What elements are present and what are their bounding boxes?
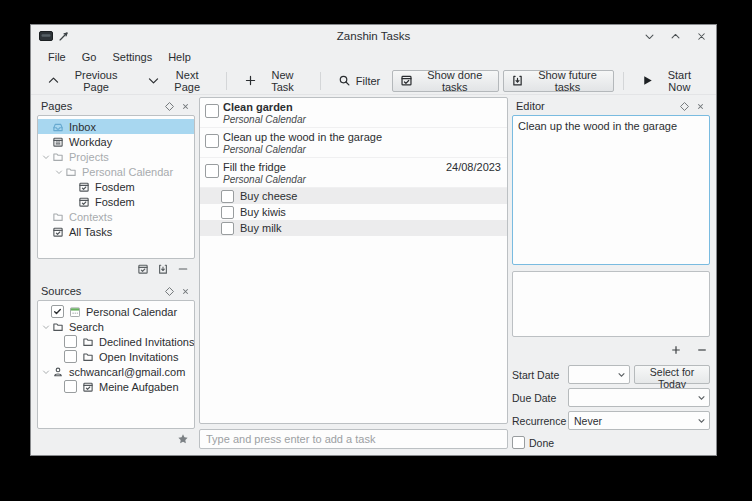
sources-item-personal-calendar[interactable]: Personal Calendar (38, 304, 194, 319)
sources-label: Open Invitations (99, 351, 179, 363)
task-checkbox[interactable] (205, 164, 219, 178)
toolbar-button-show-done-tasks[interactable]: Show done tasks (392, 70, 499, 92)
add-task-input[interactable] (199, 429, 508, 449)
sources-checkbox-meine-aufgaben[interactable] (64, 380, 77, 393)
sources-checkbox-personal-calendar[interactable] (51, 305, 64, 318)
task-source-label: Personal Calendar (223, 174, 438, 185)
toolbar-button-new-task[interactable]: New Task (236, 70, 311, 92)
titlebar[interactable]: Zanshin Tasks (31, 25, 716, 47)
pages-panel-title: Pages (41, 100, 161, 112)
menu-help[interactable]: Help (161, 49, 198, 65)
pages-panel: Pages InboxWorkdayProjectsPersonal Calen… (37, 97, 195, 279)
task-row-clean-garden[interactable]: Clean gardenPersonal Calendar (200, 98, 507, 128)
sources-item-open-invitations[interactable]: Open Invitations (38, 349, 194, 364)
subtask-row-buy-milk[interactable]: Buy milk (200, 220, 507, 236)
sources-float-button[interactable] (161, 284, 177, 298)
task-row-fill-the-fridge[interactable]: Fill the fridgePersonal Calendar24/08/20… (200, 158, 507, 188)
menu-settings[interactable]: Settings (105, 49, 159, 65)
subtask-checkbox[interactable] (221, 222, 234, 235)
folder-icon (51, 151, 65, 163)
task-source-label: Personal Calendar (223, 114, 501, 125)
subtask-checkbox[interactable] (221, 206, 234, 219)
desktop-background: { "window": { "title": "Zanshin Tasks", … (0, 0, 752, 501)
add-attachment-button[interactable] (670, 344, 682, 356)
task-text-editor[interactable]: Clean up the wood in the garage (512, 115, 710, 265)
toolbar-button-start-now[interactable]: Start Now (633, 70, 708, 92)
task-checkbox[interactable] (205, 134, 219, 148)
workday-icon (51, 136, 65, 148)
default-source-button[interactable] (177, 433, 189, 445)
add-context-button[interactable] (157, 263, 169, 275)
toolbar-button-show-future-tasks[interactable]: Show future tasks (503, 70, 613, 92)
editor-panel: Editor Clean up the wood in the garage S… (512, 97, 710, 449)
subtask-checkbox[interactable] (221, 190, 234, 203)
play-icon (641, 74, 654, 87)
editor-panel-title: Editor (516, 100, 676, 112)
expander-chevron-down-icon[interactable] (40, 368, 51, 376)
select-for-today-button[interactable]: Select for Today (634, 365, 710, 384)
task-title: Fill the fridge (223, 161, 438, 174)
attachment-buttons (512, 341, 708, 359)
task-text: Clean gardenPersonal Calendar (223, 101, 501, 125)
menu-file[interactable]: File (41, 49, 73, 65)
editor-close-button[interactable] (692, 99, 708, 113)
remove-attachment-button[interactable] (696, 344, 708, 356)
sources-checkbox-declined-invitations[interactable] (64, 335, 77, 348)
sources-item-declined-invitations[interactable]: Declined Invitations (38, 334, 194, 349)
due-date-label: Due Date (512, 392, 564, 404)
due-date-combo[interactable] (568, 388, 710, 407)
pages-item-workday[interactable]: Workday (38, 134, 194, 149)
chevron-up-icon (47, 74, 60, 87)
sources-panel-title: Sources (41, 285, 161, 297)
start-date-label: Start Date (512, 369, 564, 381)
subtask-row-buy-cheese[interactable]: Buy cheese (200, 188, 507, 204)
minimize-button[interactable] (642, 29, 656, 43)
start-date-combo[interactable] (568, 365, 630, 384)
done-row: Done (512, 436, 710, 449)
add-project-button[interactable] (137, 263, 149, 275)
recurrence-combo[interactable]: Never (568, 411, 710, 430)
task-row-clean-up-the-wood-in-the-garage[interactable]: Clean up the wood in the garagePersonal … (200, 128, 507, 158)
sources-close-button[interactable] (177, 284, 193, 298)
due-date-row: Due Date (512, 388, 710, 407)
pages-close-button[interactable] (177, 99, 193, 113)
close-button[interactable] (694, 29, 708, 43)
recurrence-label: Recurrence (512, 415, 564, 427)
pages-item-fosdem[interactable]: Fosdem (38, 194, 194, 209)
sources-label: Search (69, 321, 104, 333)
pages-item-personal-calendar[interactable]: Personal Calendar (38, 164, 194, 179)
done-checkbox[interactable] (512, 436, 525, 449)
expander-chevron-down-icon[interactable] (53, 168, 64, 176)
editor-float-button[interactable] (676, 99, 692, 113)
sources-item-schwancarl-gmail-com[interactable]: schwancarl@gmail.com (38, 364, 194, 379)
toolbar-button-next-page[interactable]: Next Page (139, 70, 217, 92)
toolbar-button-filter[interactable]: Filter (330, 70, 388, 92)
task-due-date: 24/08/2023 (446, 161, 501, 173)
pages-item-all-tasks[interactable]: All Tasks (38, 224, 194, 239)
toolbar-label-show-done-tasks: Show done tasks (418, 69, 491, 93)
account-icon (51, 366, 65, 378)
task-calendar-icon (81, 381, 95, 393)
sources-item-meine-aufgaben[interactable]: Meine Aufgaben (38, 379, 194, 394)
pages-item-projects[interactable]: Projects (38, 149, 194, 164)
task-checkbox[interactable] (205, 104, 219, 118)
subtask-row-buy-kiwis[interactable]: Buy kiwis (200, 204, 507, 220)
expander-chevron-down-icon[interactable] (40, 153, 51, 161)
pages-label: All Tasks (69, 226, 112, 238)
menu-go[interactable]: Go (75, 49, 104, 65)
remove-page-button[interactable] (177, 263, 189, 275)
expander-chevron-down-icon[interactable] (40, 323, 51, 331)
maximize-button[interactable] (668, 29, 682, 43)
task-source-label: Personal Calendar (223, 144, 501, 155)
app-icon (39, 31, 53, 41)
toolbar-button-previous-page[interactable]: Previous Page (39, 70, 135, 92)
sources-item-search[interactable]: Search (38, 319, 194, 334)
pages-item-fosdem[interactable]: Fosdem (38, 179, 194, 194)
pages-float-button[interactable] (161, 99, 177, 113)
subtask-title: Buy cheese (240, 190, 297, 202)
pages-item-contexts[interactable]: Contexts (38, 209, 194, 224)
attachments-area[interactable] (512, 271, 710, 337)
sources-checkbox-open-invitations[interactable] (64, 350, 77, 363)
recurrence-value: Never (574, 415, 697, 427)
pages-item-inbox[interactable]: Inbox (38, 119, 194, 134)
